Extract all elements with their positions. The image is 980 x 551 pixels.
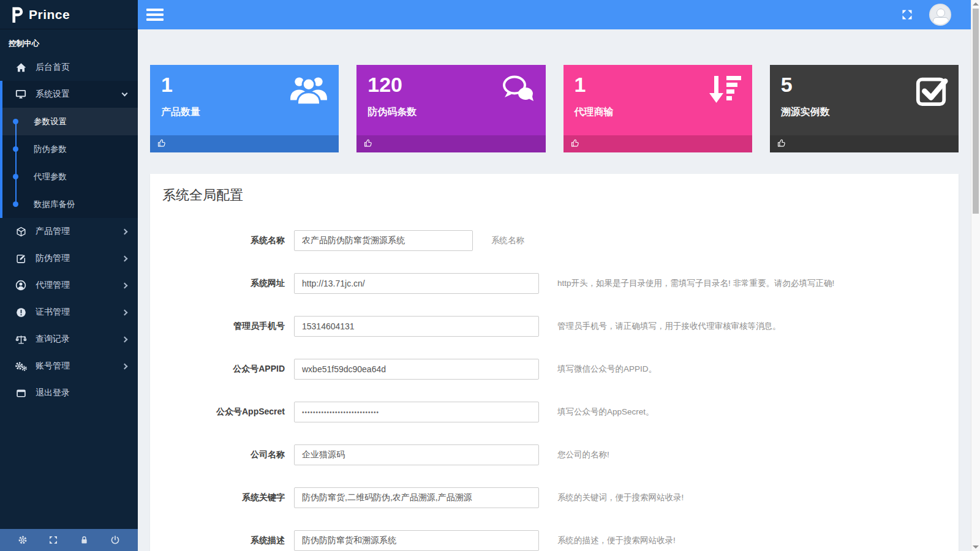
sidebar-section-label: 控制中心 [0, 29, 138, 54]
sidebar-item-label: 系统设置 [36, 89, 123, 100]
sidebar-item-products[interactable]: 产品管理 [0, 218, 138, 245]
thumbs-up-icon [777, 138, 786, 150]
card-footer [356, 135, 545, 152]
scale-icon [15, 333, 27, 345]
check-square-icon [914, 73, 949, 109]
stat-label: 防伪码条数 [368, 106, 534, 119]
exclamation-circle-icon [15, 306, 27, 318]
sidebar-subitem-agent-params[interactable]: 代理参数 [0, 163, 138, 190]
admin-phone-input[interactable] [294, 316, 539, 337]
subitem-label: 代理参数 [34, 171, 67, 182]
stat-card-codes[interactable]: 120 防伪码条数 [356, 65, 545, 152]
keywords-input[interactable] [294, 487, 539, 508]
sidebar-item-label: 证书管理 [36, 307, 123, 318]
form-row-appid: 公众号APPID 填写微信公众号的APPID。 [162, 359, 946, 380]
chevron-right-icon [122, 255, 128, 261]
sort-desc-icon [707, 73, 742, 109]
menu-toggle-icon[interactable] [146, 9, 164, 21]
topbar [138, 0, 971, 29]
main-content: 1 产品数量 120 防伪码条数 [138, 29, 971, 551]
cogs-icon [15, 360, 27, 372]
sidebar-footer [0, 529, 138, 551]
sidebar-item-label: 查询记录 [36, 334, 123, 345]
stat-card-products[interactable]: 1 产品数量 [150, 65, 339, 152]
card-footer [150, 135, 339, 152]
field-label: 系统名称 [162, 235, 294, 246]
gear-icon[interactable] [18, 535, 28, 545]
user-circle-icon [15, 279, 27, 291]
chevron-right-icon [122, 282, 128, 288]
subitem-label: 数据库备份 [34, 199, 75, 210]
form-row-admin-phone: 管理员手机号 管理员手机号，请正确填写，用于接收代理审核审核等消息。 [162, 316, 946, 337]
field-label: 公众号APPID [162, 364, 294, 375]
power-icon[interactable] [110, 535, 120, 545]
form-row-company-name: 公司名称 您公司的名称! [162, 444, 946, 465]
system-name-input[interactable] [294, 230, 473, 251]
sidebar-item-label: 退出登录 [36, 388, 128, 399]
sidebar-item-accounts[interactable]: 账号管理 [0, 353, 138, 380]
stat-card-trace-instances[interactable]: 5 溯源实例数 [770, 65, 959, 152]
field-hint: 填写微信公众号的APPID。 [557, 364, 657, 375]
sidebar: Prince 控制中心 后台首页 系统设置 参数设置 防伪参数 [0, 0, 138, 551]
scroll-up-arrow-icon[interactable] [973, 2, 979, 6]
appid-input[interactable] [294, 359, 539, 380]
form-row-system-url: 系统网址 http开头，如果是子目录使用，需填写子目录名! 非常重要。请勿必填写… [162, 273, 946, 294]
sidebar-item-label: 防伪管理 [36, 253, 123, 264]
description-input[interactable] [294, 530, 539, 551]
page-title: 系统全局配置 [162, 186, 946, 204]
bullet-dot-icon [13, 119, 18, 124]
field-label: 公众号AppSecret [162, 407, 294, 418]
user-avatar[interactable] [929, 4, 951, 26]
sidebar-item-label: 代理管理 [36, 280, 123, 291]
scrollbar-thumb[interactable] [973, 9, 979, 214]
sidebar-item-logout[interactable]: 退出登录 [0, 380, 138, 407]
sidebar-item-certificates[interactable]: 证书管理 [0, 299, 138, 326]
sidebar-subitem-anticounterfeit-params[interactable]: 防伪参数 [0, 135, 138, 163]
system-settings-submenu: 参数设置 防伪参数 代理参数 数据库备份 [0, 108, 138, 218]
field-hint: 管理员手机号，请正确填写，用于接收代理审核审核等消息。 [557, 321, 781, 332]
cube-icon [15, 225, 27, 238]
home-icon [15, 61, 27, 73]
stat-card-agents[interactable]: 1 代理商输 [564, 65, 752, 152]
sidebar-item-label: 后台首页 [36, 62, 128, 73]
field-label: 系统关键字 [162, 492, 294, 503]
sidebar-subitem-db-backup[interactable]: 数据库备份 [0, 190, 138, 218]
sidebar-item-agents[interactable]: 代理管理 [0, 272, 138, 299]
chevron-right-icon [122, 228, 128, 234]
logo-bar[interactable]: Prince [0, 0, 138, 29]
sidebar-item-label: 产品管理 [36, 226, 123, 237]
users-icon [288, 73, 329, 109]
lock-icon[interactable] [80, 535, 89, 545]
edit-icon [15, 252, 27, 264]
monitor-icon [15, 88, 27, 100]
vertical-scrollbar[interactable] [971, 0, 980, 551]
field-hint: http开头，如果是子目录使用，需填写子目录名! 非常重要。请勿必填写正确! [557, 278, 834, 289]
window-icon [15, 387, 27, 399]
form-row-description: 系统描述 系统的描述，便于搜索网站收录! [162, 530, 946, 551]
field-hint: 填写公众号的AppSecret。 [557, 407, 654, 418]
sidebar-item-system-settings[interactable]: 系统设置 [0, 81, 138, 108]
appsecret-input[interactable] [294, 402, 539, 422]
sidebar-item-label: 账号管理 [36, 361, 123, 372]
chevron-right-icon [122, 363, 128, 369]
card-footer [564, 135, 752, 152]
sidebar-subitem-param-settings[interactable]: 参数设置 [0, 108, 138, 135]
form-row-keywords: 系统关键字 系统的关键词，便于搜索网站收录! [162, 487, 946, 508]
bullet-dot-icon [13, 174, 18, 179]
form-row-appsecret: 公众号AppSecret 填写公众号的AppSecret。 [162, 402, 946, 422]
bullet-dot-icon [13, 146, 18, 152]
scroll-down-arrow-icon[interactable] [973, 545, 979, 549]
chevron-down-icon [122, 91, 128, 97]
stat-cards: 1 产品数量 120 防伪码条数 [150, 65, 959, 152]
prince-p-logo-icon [9, 6, 23, 23]
brand-name: Prince [29, 7, 70, 22]
sidebar-item-query-records[interactable]: 查询记录 [0, 326, 138, 353]
company-name-input[interactable] [294, 444, 539, 465]
field-label: 公司名称 [162, 449, 294, 460]
fullscreen-icon[interactable] [901, 9, 913, 21]
sidebar-item-home[interactable]: 后台首页 [0, 54, 138, 81]
expand-icon[interactable] [48, 535, 58, 545]
sidebar-item-anticounterfeit[interactable]: 防伪管理 [0, 245, 138, 272]
comments-icon [499, 73, 536, 108]
system-url-input[interactable] [294, 273, 539, 294]
